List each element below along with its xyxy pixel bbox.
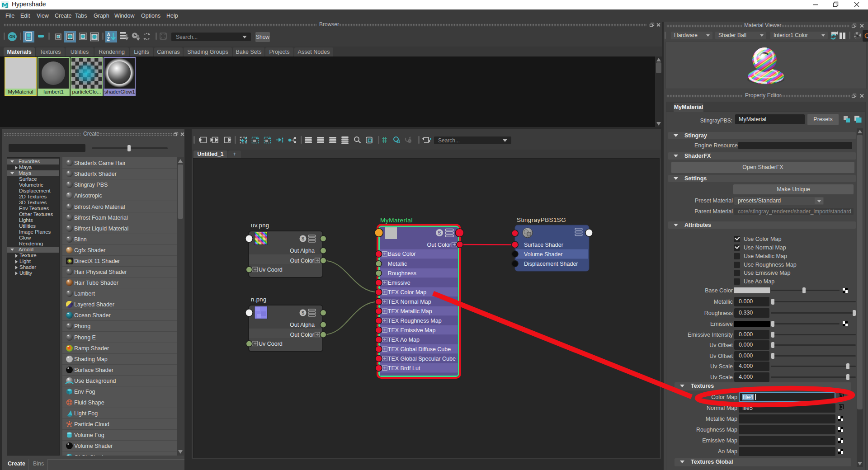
svg-text:TEX Ao Map: TEX Ao Map [388,337,420,343]
svg-text:Out Alpha: Out Alpha [290,248,315,254]
svg-text:Surface Shader: Surface Shader [524,242,563,248]
svg-text:S: S [438,230,441,235]
svg-text:TEX Metallic Map: TEX Metallic Map [388,308,432,315]
svg-text:Out Color: Out Color [427,242,452,248]
svg-text:TEX Normal Map: TEX Normal Map [388,299,431,305]
svg-text:n.png: n.png [251,296,267,303]
svg-text:TEX Global Diffuse Cube: TEX Global Diffuse Cube [388,346,451,352]
svg-text:Out Alpha: Out Alpha [290,322,315,328]
svg-text:StingrayPBS1SG: StingrayPBS1SG [517,216,566,223]
svg-text:TEX Global Specular Cube: TEX Global Specular Cube [388,356,456,362]
svg-text:TEX Emissive Map: TEX Emissive Map [388,327,436,334]
svg-text:Out Color: Out Color [290,332,315,338]
svg-text:Volume Shader: Volume Shader [524,251,562,258]
svg-text:TEX Color Map: TEX Color Map [388,289,426,296]
svg-text:Displacement Shader: Displacement Shader [524,261,578,267]
svg-text:TEX Roughness Map: TEX Roughness Map [388,318,442,324]
svg-text:Uv Coord: Uv Coord [259,267,283,273]
svg-text:MyMaterial: MyMaterial [380,217,413,224]
svg-text:Roughness: Roughness [388,270,416,277]
svg-text:TEX Brdf Lut: TEX Brdf Lut [388,365,420,371]
svg-text:Base Color: Base Color [388,251,416,257]
svg-text:S: S [302,236,305,241]
svg-text:Metallic: Metallic [388,261,407,267]
svg-text:Emissive: Emissive [388,280,410,286]
svg-text:Out Color: Out Color [290,258,315,264]
svg-text:Z: Z [107,37,110,42]
svg-text:Uv Coord: Uv Coord [259,341,283,347]
svg-text:uv.png: uv.png [251,222,269,229]
svg-text:S: S [302,310,305,315]
